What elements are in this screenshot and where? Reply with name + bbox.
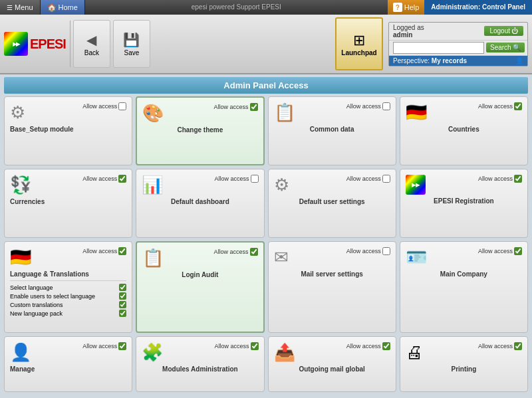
mail-server-label: Mail server settings bbox=[274, 270, 390, 278]
default-dashboard-allow: Allow access bbox=[214, 175, 258, 183]
grid-item-base-setup[interactable]: ⚙ Allow access Base_Setup module bbox=[4, 96, 132, 165]
mail-server-checkbox[interactable] bbox=[382, 247, 390, 255]
manage-icon: 👤 bbox=[10, 342, 31, 363]
default-user-settings-checkbox[interactable] bbox=[382, 175, 390, 183]
manage-checkbox[interactable] bbox=[118, 342, 126, 350]
login-audit-label: Login Audit bbox=[142, 271, 257, 278]
base-setup-allow: Allow access bbox=[82, 102, 126, 110]
home-button[interactable]: 🏠 Home bbox=[41, 0, 85, 15]
common-data-icon: 📋 bbox=[274, 102, 295, 123]
enable-users-checkbox[interactable] bbox=[119, 292, 126, 300]
epesi-reg-icon: ▶▶ bbox=[406, 175, 426, 195]
modules-admin-allow: Allow access bbox=[214, 342, 258, 350]
grid-item-language[interactable]: 🇩🇪 Allow access Language & Translations … bbox=[4, 241, 132, 333]
main-company-label: Main Company bbox=[406, 270, 522, 278]
custom-translations-row: Custom translations bbox=[10, 300, 126, 309]
admin-control-panel-label: Administration: Control Panel bbox=[424, 0, 532, 15]
language-checkbox[interactable] bbox=[118, 247, 126, 255]
outgoing-mail-checkbox[interactable] bbox=[382, 342, 390, 350]
grid-item-default-dashboard[interactable]: 📊 Allow access Default dashboard bbox=[136, 169, 264, 238]
countries-allow: Allow access bbox=[478, 102, 522, 110]
change-theme-checkbox[interactable] bbox=[250, 103, 258, 111]
grid-item-login-audit[interactable]: 📋 Allow access Login Audit bbox=[136, 241, 264, 333]
menu-lines-icon: ☰ bbox=[7, 4, 13, 11]
common-data-label: Common data bbox=[274, 126, 390, 133]
printing-icon: 🖨 bbox=[406, 342, 423, 363]
logo-icon: ▶▶ bbox=[4, 32, 28, 56]
grid-item-default-user-settings[interactable]: ⚙ Allow access Default user settings bbox=[268, 169, 396, 238]
default-dashboard-checkbox[interactable] bbox=[251, 175, 259, 183]
grid-item-manage[interactable]: 👤 Allow access Manage bbox=[4, 336, 132, 392]
default-dashboard-icon: 📊 bbox=[142, 175, 163, 195]
logged-as-label: Logged as admin bbox=[393, 24, 424, 39]
grid-item-main-company[interactable]: 🪪 Allow access Main Company bbox=[400, 241, 528, 333]
powered-text: epesi powered Support EPESI bbox=[85, 0, 388, 15]
grid-item-currencies[interactable]: 💱 Allow access Currencies bbox=[4, 169, 132, 238]
save-icon: 💾 bbox=[123, 32, 140, 48]
epesi-reg-allow: Allow access bbox=[478, 175, 522, 183]
main-company-checkbox[interactable] bbox=[514, 247, 522, 255]
change-theme-icon: 🎨 bbox=[142, 103, 164, 124]
manage-label: Manage bbox=[10, 365, 126, 373]
change-theme-label: Change theme bbox=[142, 126, 257, 134]
logout-button[interactable]: Logout ⏻ bbox=[484, 26, 523, 36]
currencies-icon: 💱 bbox=[10, 175, 31, 195]
countries-checkbox[interactable] bbox=[514, 102, 522, 110]
grid-item-common-data[interactable]: 📋 Allow access Common data bbox=[268, 96, 396, 165]
search-input[interactable] bbox=[393, 42, 484, 54]
base-setup-icon: ⚙ bbox=[10, 102, 25, 123]
currencies-allow: Allow access bbox=[82, 175, 126, 183]
login-audit-allow: Allow access bbox=[213, 248, 257, 256]
language-icon: 🇩🇪 bbox=[10, 247, 31, 268]
grid-item-modules-admin[interactable]: 🧩 Allow access Modules Administration bbox=[136, 336, 264, 392]
home-icon: 🏠 bbox=[47, 3, 57, 12]
launchpad-button[interactable]: ⊞ Launchpad bbox=[335, 17, 383, 70]
login-audit-checkbox[interactable] bbox=[250, 248, 258, 256]
default-user-settings-allow: Allow access bbox=[346, 175, 390, 183]
outgoing-mail-label: Outgoing mail global bbox=[274, 365, 390, 373]
grid-item-printing[interactable]: 🖨 Allow access Printing bbox=[400, 336, 528, 392]
modules-admin-label: Modules Administration bbox=[142, 365, 258, 373]
search-button[interactable]: Search 🔍 bbox=[486, 43, 525, 52]
grid-item-outgoing-mail[interactable]: 📤 Allow access Outgoing mail global bbox=[268, 336, 396, 392]
grid-item-change-theme[interactable]: 🎨 Allow access Change theme bbox=[136, 96, 264, 165]
grid-item-mail-server[interactable]: ✉ Allow access Mail server settings bbox=[268, 241, 396, 333]
base-setup-checkbox[interactable] bbox=[118, 102, 126, 110]
currencies-checkbox[interactable] bbox=[118, 175, 126, 183]
menu-button[interactable]: ☰ Menu bbox=[0, 0, 41, 15]
access-header: Admin Panel Access bbox=[4, 77, 528, 94]
save-button[interactable]: 💾 Save bbox=[113, 20, 150, 68]
new-language-pack-checkbox[interactable] bbox=[119, 310, 126, 317]
question-icon: ? bbox=[393, 3, 402, 12]
select-language-row: Select language bbox=[10, 283, 126, 292]
common-data-checkbox[interactable] bbox=[382, 102, 390, 110]
power-icon: ⏻ bbox=[511, 27, 518, 35]
manage-allow: Allow access bbox=[82, 342, 126, 350]
help-button[interactable]: ? Help bbox=[388, 0, 425, 15]
back-button[interactable]: ◀ Back bbox=[73, 20, 110, 68]
outgoing-mail-allow: Allow access bbox=[346, 342, 390, 350]
language-allow: Allow access bbox=[82, 247, 126, 255]
epesi-reg-checkbox[interactable] bbox=[514, 175, 522, 183]
modules-admin-checkbox[interactable] bbox=[251, 342, 259, 350]
main-company-icon: 🪪 bbox=[406, 247, 427, 268]
username-label: admin bbox=[393, 31, 412, 39]
default-dashboard-label: Default dashboard bbox=[142, 198, 258, 205]
grid-item-countries[interactable]: 🇩🇪 Allow access Countries bbox=[400, 96, 528, 165]
new-language-pack-row: New language pack bbox=[10, 309, 126, 318]
search-icon: 🔍 bbox=[513, 44, 521, 51]
mail-server-allow: Allow access bbox=[346, 247, 390, 255]
grid-item-epesi-registration[interactable]: ▶▶ Allow access EPESI Registration bbox=[400, 169, 528, 238]
logo-text: EPESI bbox=[30, 37, 66, 52]
currencies-label: Currencies bbox=[10, 198, 126, 205]
launchpad-icon: ⊞ bbox=[353, 32, 365, 49]
outgoing-mail-icon: 📤 bbox=[274, 342, 295, 363]
custom-translations-checkbox[interactable] bbox=[119, 301, 126, 308]
printing-label: Printing bbox=[406, 365, 522, 373]
modules-admin-icon: 🧩 bbox=[142, 342, 163, 363]
select-language-checkbox[interactable] bbox=[119, 284, 126, 291]
change-theme-allow: Allow access bbox=[213, 103, 257, 111]
countries-icon: 🇩🇪 bbox=[406, 102, 427, 123]
printing-checkbox[interactable] bbox=[514, 342, 522, 350]
main-company-allow: Allow access bbox=[478, 247, 522, 255]
